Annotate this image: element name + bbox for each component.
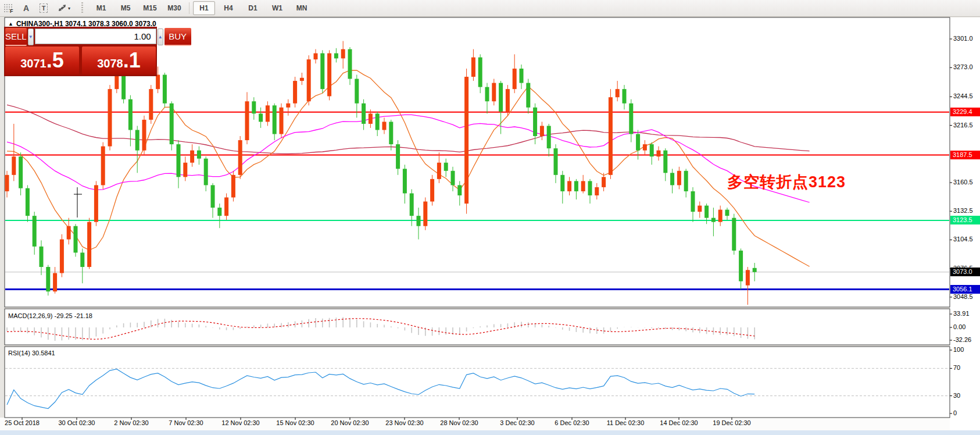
trading-terminal-window: F A T ▾ M1M5M15M30H1H4D1W1MN ▲ CHINA300-… — [0, 0, 980, 435]
macd-indicator-label: MACD(12,26,9) -29.25 -21.18 — [8, 312, 92, 319]
chart-title: ▲ CHINA300-,H1 3074.1 3078.3 3060.0 3073… — [8, 20, 156, 28]
toolbar-drag-handle[interactable] — [81, 2, 85, 14]
sell-price-fraction: .5 — [47, 49, 64, 72]
buy-price-fraction: .1 — [123, 49, 141, 72]
volume-increment-button[interactable]: ▲ — [158, 28, 163, 45]
volume-input[interactable] — [35, 28, 156, 44]
text-tool-button[interactable]: T — [36, 2, 51, 15]
tab-timeframe-M30[interactable]: M30 — [163, 1, 185, 15]
arrow-tools-icon — [58, 4, 67, 12]
sell-price-main: 3071 — [20, 52, 47, 75]
tab-timeframe-H4[interactable]: H4 — [217, 1, 239, 15]
status-strip — [0, 430, 980, 435]
buy-price-box[interactable]: 3078 .1 — [82, 47, 156, 74]
one-click-trading-panel: SELL ▼ ▲ BUY 3071 .5 3078 .1 — [5, 27, 156, 76]
text-label-tool-icon: A — [23, 3, 29, 13]
tab-timeframe-D1[interactable]: D1 — [242, 1, 264, 15]
fibonacci-tool-icon: F — [3, 3, 14, 13]
chevron-down-icon: ▾ — [68, 6, 70, 11]
rsi-indicator-label: RSI(14) 30.5841 — [8, 350, 55, 356]
toolbar: F A T ▾ M1M5M15M30H1H4D1W1MN — [0, 0, 980, 17]
buy-price-main: 3078 — [97, 52, 123, 75]
tab-timeframe-W1[interactable]: W1 — [266, 1, 288, 15]
tab-timeframe-M5[interactable]: M5 — [115, 1, 137, 15]
fibonacci-tool-button[interactable]: F — [1, 2, 16, 15]
sell-price-box[interactable]: 3071 .5 — [5, 47, 79, 74]
buy-button[interactable]: BUY — [164, 28, 191, 46]
tab-timeframe-M1[interactable]: M1 — [90, 1, 112, 15]
timeframe-strip: M1M5M15M30H1H4D1W1MN — [89, 1, 314, 15]
tab-timeframe-MN[interactable]: MN — [291, 1, 313, 15]
chart-title-text: CHINA300-,H1 3074.1 3078.3 3060.0 3073.0 — [16, 20, 156, 28]
svg-text:F: F — [10, 8, 13, 13]
tab-timeframe-H1[interactable]: H1 — [193, 1, 215, 15]
text-tool-icon: T — [40, 3, 48, 13]
symbol-marker-icon: ▲ — [8, 21, 13, 27]
annotation-text: 多空转折点3123 — [727, 172, 846, 192]
arrow-tools-button[interactable]: ▾ — [53, 2, 74, 15]
text-label-tool-button[interactable]: A — [19, 2, 34, 15]
volume-decrement-button[interactable]: ▼ — [28, 28, 34, 45]
sell-button[interactable]: SELL — [5, 28, 27, 46]
tab-timeframe-M15[interactable]: M15 — [139, 1, 161, 15]
